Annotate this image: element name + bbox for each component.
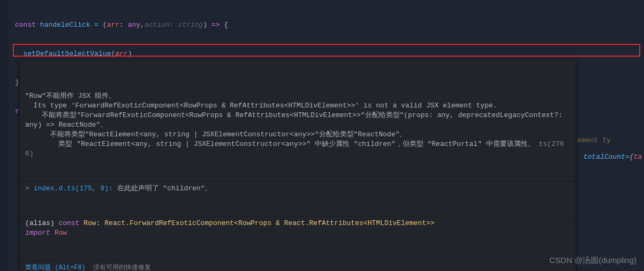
type-info: (alias) const Row: React.ForwardRefExoti… (20, 216, 575, 241)
overflow-code-fragment: 0} totalCount={ta (567, 153, 642, 161)
watermark: CSDN @汤圆(dumpling) (549, 255, 637, 266)
no-quickfix-label: 没有可用的快速修复 (93, 263, 151, 271)
gutter (0, 0, 9, 271)
error-message-block: "Row"不能用作 JSX 组件。 Its type 'ForwardRefEx… (20, 80, 575, 162)
code-line: setDefaultSelectValue(arr) (5, 49, 611, 59)
related-location[interactable]: > index.d.ts(175, 9): 在此处声明了 "children"。 (20, 181, 575, 197)
hover-tooltip[interactable]: "Row"不能用作 JSX 组件。 Its type 'ForwardRefEx… (19, 60, 576, 271)
tooltip-footer: 查看问题 (Alt+F8) 没有可用的快速修复 (20, 260, 575, 271)
code-line: const handeleClick = (arr: any,action: s… (5, 20, 611, 30)
source-link[interactable]: index.d.ts(175, 9): (34, 184, 117, 192)
view-problem-link[interactable]: 查看问题 (Alt+F8) (25, 263, 86, 271)
